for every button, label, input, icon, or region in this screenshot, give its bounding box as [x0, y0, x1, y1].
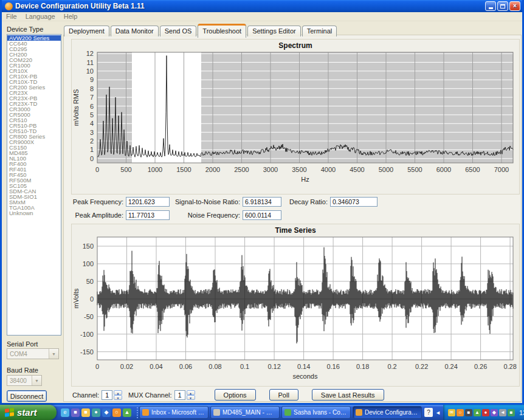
device-item[interactable]: CR800 Series: [7, 134, 61, 139]
svg-text:0.12: 0.12: [267, 363, 280, 370]
folder-icon[interactable]: ■: [81, 408, 90, 417]
device-item[interactable]: CR10X: [7, 68, 61, 74]
media-player-icon[interactable]: ◆: [102, 408, 111, 417]
tab-settings-editor[interactable]: Settings Editor: [247, 26, 301, 36]
channel-stepper-arrows[interactable]: ▲▼: [114, 390, 122, 400]
device-item[interactable]: CR510: [7, 117, 61, 123]
device-item[interactable]: CR23X: [7, 90, 61, 95]
user-status-icon[interactable]: ▲: [474, 409, 481, 416]
save-last-results-button[interactable]: Save Last Results: [312, 389, 384, 401]
close-button[interactable]: ×: [509, 1, 520, 11]
menu-language[interactable]: Language: [26, 13, 55, 20]
svg-text:12: 12: [86, 50, 94, 57]
peak-amplitude-field[interactable]: 11.77013: [126, 210, 170, 220]
task-device-config[interactable]: Device Configuration ...: [353, 406, 422, 419]
device-item[interactable]: CR10X-PB: [7, 74, 61, 79]
disconnect-button[interactable]: Disconnect: [7, 390, 47, 402]
start-button[interactable]: start: [0, 405, 57, 420]
task-outlook-inbox[interactable]: Inbox - Microsoft Out...: [139, 406, 209, 419]
device-item[interactable]: CR510-TD: [7, 128, 61, 134]
poll-button[interactable]: Poll: [269, 389, 298, 401]
device-item[interactable]: CC640: [7, 41, 61, 46]
internet-explorer-icon[interactable]: e: [61, 408, 69, 417]
channel-stepper[interactable]: 1: [102, 390, 112, 400]
device-item[interactable]: CR23X-PB: [7, 95, 61, 101]
network-icon[interactable]: ■: [508, 409, 515, 416]
device-item[interactable]: CR510-PB: [7, 123, 61, 128]
msn-icon[interactable]: ◆: [491, 409, 498, 416]
start-label: start: [17, 407, 37, 418]
decay-ratio-field[interactable]: 0.346073: [330, 197, 377, 207]
device-item[interactable]: CR10X-TD: [7, 79, 61, 84]
peak-amplitude-label: Peak Amplitude:: [72, 212, 123, 219]
device-item[interactable]: MD485: [7, 150, 61, 156]
menu-file[interactable]: File: [6, 13, 17, 20]
spin-up-icon[interactable]: ▲: [114, 390, 122, 395]
outlook-clock-icon[interactable]: ○: [112, 408, 121, 417]
device-item[interactable]: CR23X-TD: [7, 101, 61, 106]
device-item[interactable]: AVW200 Series: [7, 35, 61, 41]
device-item[interactable]: Unknown: [7, 210, 61, 216]
restore-button[interactable]: [497, 1, 508, 11]
spin-down-icon[interactable]: ▼: [187, 395, 195, 400]
mux-channel-stepper-arrows[interactable]: ▲▼: [187, 390, 195, 400]
device-item[interactable]: COM220: [7, 57, 61, 63]
device-item[interactable]: RF401: [7, 167, 61, 172]
tab-send-os[interactable]: Send OS: [160, 26, 197, 36]
tab-terminal[interactable]: Terminal: [302, 26, 337, 36]
device-type-listbox[interactable]: AVW200 SeriesCC640CD295CH200COM220CR1000…: [7, 34, 61, 336]
tab-data-monitor[interactable]: Data Monitor: [111, 26, 159, 36]
network-globe-icon[interactable]: ●: [92, 408, 100, 417]
tab-deployment[interactable]: Deployment: [64, 26, 109, 36]
antivirus-icon[interactable]: ●: [482, 409, 489, 416]
device-item[interactable]: CR5000: [7, 112, 61, 117]
device-item[interactable]: CR3000: [7, 106, 61, 112]
svg-text:100: 100: [83, 260, 94, 267]
svg-text:-100: -100: [80, 331, 94, 338]
mail-icon[interactable]: ✉: [448, 409, 455, 416]
serial-port-select[interactable]: COM4 ▼: [7, 348, 59, 359]
task-messenger[interactable]: Sasha Ivans - Conver...: [281, 406, 351, 419]
device-item[interactable]: RF450: [7, 172, 61, 177]
volume-icon[interactable]: ◄: [499, 409, 506, 416]
mux-channel-stepper[interactable]: 1: [174, 390, 185, 400]
device-item[interactable]: RF500M: [7, 177, 61, 183]
tab-troubleshoot[interactable]: Troubleshoot: [198, 24, 246, 38]
svg-text:3000: 3000: [263, 166, 278, 173]
device-item[interactable]: CR200 Series: [7, 84, 61, 90]
title-bar: Device Configuration Utility Beta 1.11 ×: [2, 0, 522, 12]
troubleshoot-panel: Spectrum 0123456789101112050010001500200…: [63, 35, 522, 402]
device-item[interactable]: SDM-CAN: [7, 188, 61, 194]
task-md485-main[interactable]: MD485_MAIN - Open...: [210, 406, 280, 419]
app-window-icon[interactable]: ■: [71, 408, 80, 417]
device-item[interactable]: CR1000: [7, 63, 61, 68]
svg-text:0.24: 0.24: [444, 363, 457, 370]
device-item[interactable]: SC105: [7, 183, 61, 188]
baud-rate-select[interactable]: 38400 ▼: [7, 375, 42, 386]
device-item[interactable]: SMxM: [7, 199, 61, 205]
spin-up-icon[interactable]: ▲: [187, 390, 195, 395]
device-item[interactable]: CH200: [7, 52, 61, 57]
display-icon[interactable]: ■: [465, 409, 472, 416]
snr-field[interactable]: 6.918134: [243, 197, 281, 207]
svg-text:mVolts: mVolts: [72, 288, 80, 309]
svg-text:0: 0: [95, 166, 99, 173]
noise-frequency-field[interactable]: 600.0114: [243, 210, 281, 220]
device-item[interactable]: NL100: [7, 156, 61, 161]
menu-help[interactable]: Help: [64, 13, 78, 20]
device-item[interactable]: CD295: [7, 46, 61, 52]
spin-down-icon[interactable]: ▼: [114, 395, 122, 400]
device-item[interactable]: CR9000X: [7, 139, 61, 145]
show-hidden-icons-chevron[interactable]: ◄: [435, 410, 441, 416]
minimize-button[interactable]: [485, 1, 496, 11]
language-bar-icon[interactable]: ?: [424, 408, 433, 417]
users-icon[interactable]: ▲: [123, 408, 131, 417]
device-item[interactable]: TGA100A: [7, 205, 61, 210]
device-item[interactable]: CS150: [7, 145, 61, 150]
peak-frequency-field[interactable]: 1201.623: [126, 197, 170, 207]
options-button[interactable]: Options: [215, 389, 256, 401]
device-item[interactable]: RF400: [7, 161, 61, 167]
device-item[interactable]: SDM-SIO1: [7, 194, 61, 199]
svg-text:150: 150: [83, 243, 94, 250]
clock-icon[interactable]: ○: [457, 409, 464, 416]
